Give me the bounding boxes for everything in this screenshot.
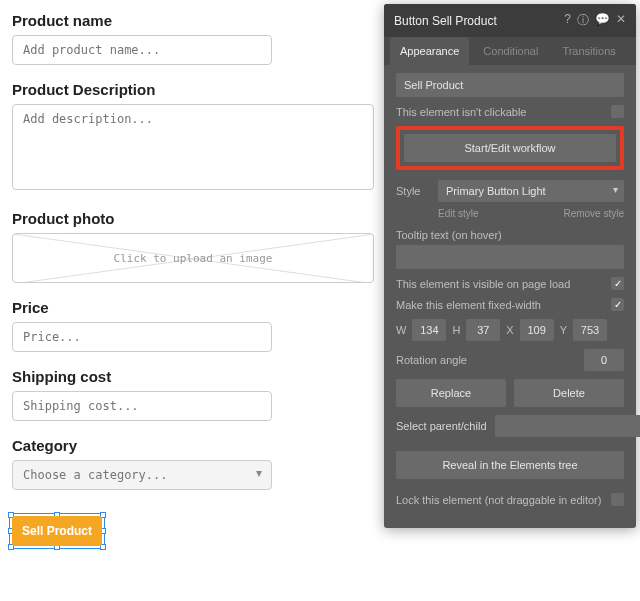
element-name-input[interactable] [396, 73, 624, 97]
lock-label: Lock this element (not draggable in edit… [396, 494, 601, 506]
h-input[interactable] [466, 319, 500, 341]
h-label: H [452, 324, 460, 336]
category-label: Category [12, 437, 368, 454]
comment-icon[interactable]: 💬 [595, 12, 610, 29]
parent-child-select[interactable] [495, 415, 641, 437]
panel-header[interactable]: Button Sell Product ? ⓘ 💬 ✕ [384, 4, 636, 37]
remove-style-link[interactable]: Remove style [563, 208, 624, 219]
product-name-label: Product name [12, 12, 368, 29]
visible-label: This element is visible on page load [396, 278, 570, 290]
tab-conditional[interactable]: Conditional [473, 37, 548, 65]
tooltip-input[interactable] [396, 245, 624, 269]
style-select[interactable] [438, 180, 624, 202]
price-input[interactable] [12, 322, 272, 352]
inspector-panel: Button Sell Product ? ⓘ 💬 ✕ Appearance C… [384, 4, 636, 528]
photo-label: Product photo [12, 210, 368, 227]
tab-appearance[interactable]: Appearance [390, 37, 469, 65]
w-label: W [396, 324, 406, 336]
category-select[interactable] [12, 460, 272, 490]
style-label: Style [396, 185, 430, 197]
parent-child-label: Select parent/child [396, 420, 487, 432]
editor-canvas: Product name Product Description Product… [0, 0, 380, 558]
clickable-checkbox[interactable] [611, 105, 624, 118]
panel-title: Button Sell Product [394, 14, 564, 28]
x-input[interactable] [520, 319, 554, 341]
shipping-input[interactable] [12, 391, 272, 421]
shipping-label: Shipping cost [12, 368, 368, 385]
y-label: Y [560, 324, 567, 336]
tooltip-label: Tooltip text (on hover) [396, 229, 624, 241]
replace-button[interactable]: Replace [396, 379, 506, 407]
edit-style-link[interactable]: Edit style [438, 208, 479, 219]
lock-checkbox[interactable] [611, 493, 624, 506]
delete-button[interactable]: Delete [514, 379, 624, 407]
description-input[interactable] [12, 104, 374, 190]
x-label: X [506, 324, 513, 336]
photo-upload[interactable]: Click to upload an image [12, 233, 374, 283]
reveal-elements-tree-button[interactable]: Reveal in the Elements tree [396, 451, 624, 479]
rotation-label: Rotation angle [396, 354, 467, 366]
product-name-input[interactable] [12, 35, 272, 65]
selected-element[interactable]: Sell Product [12, 516, 102, 546]
price-label: Price [12, 299, 368, 316]
fixed-width-checkbox[interactable]: ✓ [611, 298, 624, 311]
rotation-input[interactable] [584, 349, 624, 371]
clickable-label: This element isn't clickable [396, 106, 527, 118]
w-input[interactable] [412, 319, 446, 341]
close-icon[interactable]: ✕ [616, 12, 626, 29]
photo-upload-text: Click to upload an image [114, 252, 273, 265]
visible-checkbox[interactable]: ✓ [611, 277, 624, 290]
start-edit-workflow-button[interactable]: Start/Edit workflow [404, 134, 616, 162]
y-input[interactable] [573, 319, 607, 341]
sell-product-button[interactable]: Sell Product [12, 516, 102, 546]
info-icon[interactable]: ⓘ [577, 12, 589, 29]
workflow-highlight: Start/Edit workflow [396, 126, 624, 170]
description-label: Product Description [12, 81, 368, 98]
tab-transitions[interactable]: Transitions [552, 37, 625, 65]
fixed-width-label: Make this element fixed-width [396, 299, 541, 311]
help-icon[interactable]: ? [564, 12, 571, 29]
